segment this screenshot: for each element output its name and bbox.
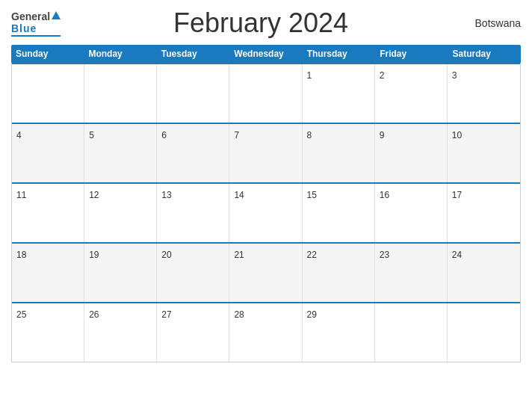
day-number: 23 [380, 250, 389, 260]
day-number: 3 [452, 70, 457, 81]
calendar-cell: 5 [84, 124, 157, 182]
day-number: 20 [161, 250, 171, 260]
calendar-cell: 6 [157, 124, 229, 182]
day-number: 17 [452, 190, 462, 200]
day-number: 2 [380, 70, 385, 81]
calendar-header: General Blue February 2024 Botswana [11, 7, 521, 39]
calendar-cell: 17 [448, 184, 520, 242]
logo: General Blue [11, 10, 61, 37]
calendar-cell: 25 [12, 303, 84, 362]
day-number: 1 [307, 70, 312, 81]
logo-triangle-icon [52, 11, 61, 19]
day-number: 10 [452, 130, 462, 140]
calendar-grid: 1234567891011121314151617181920212223242… [11, 63, 521, 362]
day-header-friday: Friday [375, 45, 448, 63]
day-number: 24 [452, 250, 462, 260]
calendar-week-2: 45678910 [12, 123, 520, 182]
day-number: 4 [16, 130, 22, 140]
calendar-cell: 19 [84, 244, 157, 302]
calendar-cell [84, 64, 157, 123]
calendar-week-5: 2526272829 [12, 302, 520, 362]
calendar-cell [448, 303, 520, 362]
logo-blue-text: Blue [11, 22, 37, 34]
calendar-cell [157, 64, 229, 123]
day-header-thursday: Thursday [303, 45, 375, 63]
calendar-cell: 3 [448, 64, 520, 123]
day-number: 28 [234, 309, 244, 320]
calendar-cell: 15 [303, 184, 375, 242]
calendar-cell: 2 [375, 64, 448, 123]
logo-general-text: General [11, 10, 50, 22]
calendar-cell: 10 [448, 124, 520, 182]
day-number: 21 [234, 250, 244, 260]
day-number: 18 [16, 250, 26, 260]
country-label: Botswana [461, 17, 521, 29]
day-number: 29 [307, 309, 317, 320]
calendar-cell: 20 [157, 244, 229, 302]
day-number: 16 [380, 190, 389, 200]
calendar-cell: 23 [375, 244, 448, 302]
day-number: 9 [380, 130, 385, 140]
calendar-cell: 18 [12, 244, 84, 302]
day-number: 25 [16, 309, 26, 320]
day-header-sunday: Sunday [11, 45, 84, 63]
day-header-saturday: Saturday [448, 45, 521, 63]
day-number: 11 [16, 190, 26, 200]
calendar-week-3: 11121314151617 [12, 182, 520, 242]
calendar-cell: 4 [12, 124, 84, 182]
calendar-cell: 9 [375, 124, 448, 182]
day-number: 6 [161, 130, 167, 140]
calendar-container: General Blue February 2024 Botswana Sund… [0, 0, 532, 411]
day-header-monday: Monday [84, 45, 156, 63]
calendar-cell: 11 [12, 184, 84, 242]
calendar-cell: 28 [229, 303, 302, 362]
day-header-wednesday: Wednesday [229, 45, 302, 63]
day-number: 7 [234, 130, 239, 140]
calendar-cell: 29 [303, 303, 375, 362]
calendar-cell: 22 [303, 244, 375, 302]
day-number: 19 [89, 250, 99, 260]
day-headers-row: SundayMondayTuesdayWednesdayThursdayFrid… [11, 45, 521, 63]
day-number: 14 [234, 190, 244, 200]
day-number: 13 [161, 190, 171, 200]
day-number: 26 [89, 309, 99, 320]
calendar-cell [375, 303, 448, 362]
calendar-cell [229, 64, 302, 123]
calendar-cell: 14 [229, 184, 302, 242]
day-header-tuesday: Tuesday [157, 45, 229, 63]
month-title: February 2024 [61, 7, 461, 39]
calendar-cell: 16 [375, 184, 448, 242]
day-number: 22 [307, 250, 317, 260]
calendar-cell [12, 64, 84, 123]
day-number: 8 [307, 130, 312, 140]
calendar-cell: 24 [448, 244, 520, 302]
calendar-cell: 12 [84, 184, 157, 242]
calendar-cell: 27 [157, 303, 229, 362]
day-number: 15 [307, 190, 317, 200]
calendar-week-4: 18192021222324 [12, 242, 520, 302]
day-number: 5 [89, 130, 94, 140]
calendar-week-1: 123 [12, 63, 520, 123]
calendar-cell: 21 [229, 244, 302, 302]
calendar-cell: 13 [157, 184, 229, 242]
logo-underline [11, 35, 61, 37]
day-number: 12 [89, 190, 99, 200]
calendar-cell: 8 [303, 124, 375, 182]
day-number: 27 [161, 309, 171, 320]
calendar-cell: 26 [84, 303, 157, 362]
calendar-cell: 7 [229, 124, 302, 182]
calendar-cell: 1 [303, 64, 375, 123]
